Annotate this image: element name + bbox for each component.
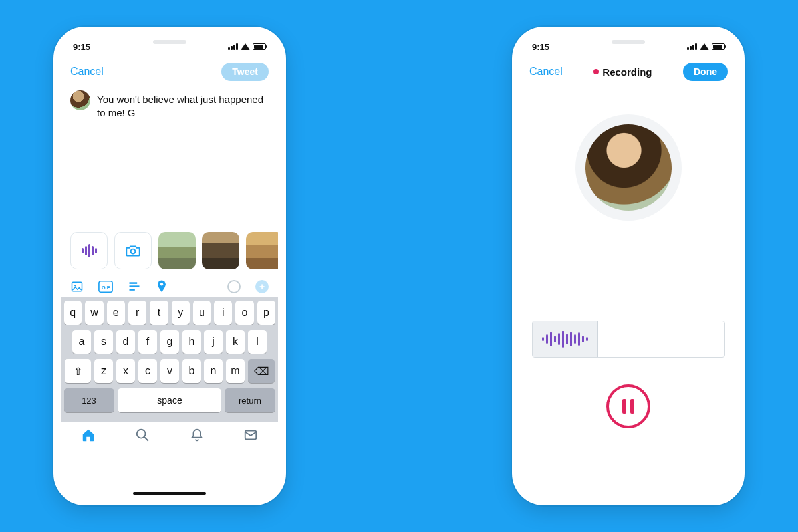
key-k[interactable]: k	[226, 330, 245, 354]
key-o[interactable]: o	[235, 301, 253, 325]
key-b[interactable]: b	[182, 359, 201, 383]
compose-text[interactable]: You won't believe what just happened to …	[97, 90, 269, 119]
key-f[interactable]: f	[138, 330, 157, 354]
recording-status: Recording	[593, 66, 652, 78]
svg-point-8	[160, 283, 163, 285]
tweet-button[interactable]: Tweet	[221, 63, 269, 81]
key-l[interactable]: l	[248, 330, 267, 354]
avatar-ring	[575, 114, 682, 221]
signal-icon	[687, 43, 697, 50]
key-r[interactable]: r	[128, 301, 146, 325]
keyboard-row-3: ⇧ z x c v b n m ⌫	[64, 359, 275, 383]
status-time: 9:15	[73, 42, 90, 52]
key-a[interactable]: a	[72, 330, 91, 354]
media-thumbnail[interactable]	[158, 232, 196, 269]
record-dot-icon	[593, 69, 598, 74]
home-icon[interactable]	[81, 428, 96, 442]
key-i[interactable]: i	[214, 301, 232, 325]
media-thumbnail[interactable]	[202, 232, 239, 269]
pause-record-button[interactable]	[606, 384, 650, 428]
status-icons	[687, 43, 725, 50]
char-count-icon	[227, 280, 241, 293]
avatar	[70, 90, 90, 110]
waveform-icon	[542, 331, 588, 348]
key-s[interactable]: s	[94, 330, 113, 354]
key-h[interactable]: h	[182, 330, 201, 354]
key-g[interactable]: g	[160, 330, 179, 354]
pause-icon	[622, 399, 634, 414]
mail-icon[interactable]	[243, 428, 258, 442]
key-p[interactable]: p	[257, 301, 275, 325]
cancel-button[interactable]: Cancel	[529, 66, 563, 78]
media-thumbnail[interactable]	[246, 232, 283, 269]
key-j[interactable]: j	[204, 330, 223, 354]
done-button[interactable]: Done	[683, 63, 728, 81]
status-icons	[228, 43, 266, 50]
key-e[interactable]: e	[107, 301, 125, 325]
camera-button[interactable]	[114, 232, 152, 269]
phone-compose: 9:15 Cancel Tweet You won't believe what…	[53, 27, 286, 505]
keyboard-row-4: 123 space return	[64, 388, 275, 412]
key-n[interactable]: n	[204, 359, 223, 383]
key-return[interactable]: return	[225, 388, 275, 412]
compose-body: You won't believe what just happened to …	[61, 88, 278, 119]
key-y[interactable]: y	[172, 301, 190, 325]
bell-icon[interactable]	[190, 428, 204, 442]
key-u[interactable]: u	[193, 301, 211, 325]
svg-line-10	[144, 437, 148, 441]
svg-rect-7	[130, 289, 135, 291]
image-icon[interactable]	[70, 280, 84, 293]
keyboard-row-2: a s d f g h j k l	[64, 330, 275, 354]
waveform-progress	[533, 321, 598, 357]
camera-icon	[124, 242, 142, 259]
keyboard: q w e r t y u i o p a s d f g h j k l ⇧ …	[61, 297, 278, 422]
phone-recording: 9:15 Cancel Recording Done	[512, 27, 745, 505]
battery-icon	[712, 43, 725, 50]
phone-notch	[116, 35, 223, 52]
gif-icon[interactable]: GIF	[98, 280, 113, 293]
keyboard-row-1: q w e r t y u i o p	[64, 301, 275, 325]
key-backspace[interactable]: ⌫	[248, 359, 275, 383]
key-w[interactable]: w	[85, 301, 103, 325]
media-row	[61, 232, 278, 275]
battery-icon	[253, 43, 266, 50]
key-123[interactable]: 123	[64, 388, 114, 412]
key-z[interactable]: z	[94, 359, 113, 383]
svg-rect-5	[130, 282, 138, 284]
key-x[interactable]: x	[116, 359, 135, 383]
status-time: 9:15	[532, 42, 549, 52]
add-thread-button[interactable]: +	[255, 280, 269, 293]
recording-nav: Cancel Recording Done	[520, 59, 737, 88]
search-icon[interactable]	[135, 428, 150, 442]
tab-bar	[61, 422, 278, 444]
key-space[interactable]: space	[118, 388, 221, 412]
home-indicator[interactable]	[133, 492, 206, 495]
avatar	[585, 124, 672, 211]
svg-rect-1	[72, 282, 82, 291]
wifi-icon	[700, 43, 709, 50]
key-c[interactable]: c	[138, 359, 157, 383]
voice-tweet-button[interactable]	[70, 232, 108, 269]
svg-rect-6	[130, 285, 140, 287]
voice-wave-icon	[82, 244, 97, 257]
signal-icon	[228, 43, 238, 50]
key-m[interactable]: m	[226, 359, 245, 383]
location-icon[interactable]	[156, 279, 168, 294]
key-d[interactable]: d	[116, 330, 135, 354]
cancel-button[interactable]: Cancel	[70, 66, 104, 78]
key-t[interactable]: t	[150, 301, 168, 325]
svg-text:GIF: GIF	[102, 285, 110, 291]
compose-toolbar: GIF +	[61, 275, 278, 297]
svg-point-0	[131, 249, 136, 254]
key-v[interactable]: v	[160, 359, 179, 383]
wifi-icon	[241, 43, 250, 50]
key-shift[interactable]: ⇧	[65, 359, 91, 383]
key-q[interactable]: q	[64, 301, 82, 325]
phone-notch	[575, 35, 682, 52]
svg-point-2	[74, 285, 76, 287]
compose-nav: Cancel Tweet	[61, 59, 278, 88]
recording-text: Recording	[602, 66, 652, 78]
waveform-track[interactable]	[532, 321, 725, 358]
poll-icon[interactable]	[128, 280, 141, 293]
